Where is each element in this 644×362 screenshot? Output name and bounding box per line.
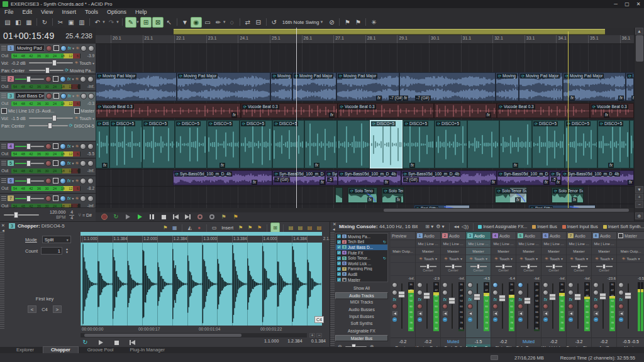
automation-flower-icon[interactable]: ✳: [75, 161, 79, 166]
tempo-value[interactable]: 120.000: [50, 210, 65, 215]
loop-end-marker-line[interactable]: [568, 31, 569, 208]
chop-marker1-icon[interactable]: ⚑: [236, 223, 245, 233]
strip-automation-row[interactable]: ✳Touch▾: [466, 255, 491, 263]
chopper-mode-select[interactable]: Split▾: [42, 236, 71, 243]
strip-automation-row[interactable]: [391, 255, 415, 263]
filter-assignable-fx[interactable]: Assignable FX: [335, 328, 388, 335]
chopper-count-input[interactable]: 1: [41, 247, 62, 255]
bus-a-icon[interactable]: [80, 76, 86, 82]
marker-a-button[interactable]: ⚑: [219, 213, 228, 221]
record-arm-icon[interactable]: [45, 160, 52, 167]
audio-clip[interactable]: ⟳DISCO+5: [532, 120, 565, 168]
mixer-pin-icon[interactable]: ◂: [333, 227, 336, 231]
strip-header[interactable]: 7Audio: [567, 232, 591, 240]
pan-slider[interactable]: [521, 266, 537, 267]
solo-icon[interactable]: [53, 143, 58, 149]
output-select-button[interactable]: [518, 311, 523, 315]
knob-icon[interactable]: [518, 290, 523, 295]
record-arm-icon[interactable]: [45, 195, 52, 202]
solo-icon[interactable]: [53, 178, 58, 184]
filter-input-busses[interactable]: Input Busses: [335, 314, 388, 321]
fx-icon[interactable]: fx: [443, 297, 447, 302]
audio-clip[interactable]: ⟳DISCO+5: [109, 120, 142, 168]
insert-icon[interactable]: ▭: [210, 223, 218, 233]
input-icon[interactable]: [1, 108, 7, 114]
output-select-button[interactable]: [619, 311, 624, 315]
record-arm-icon[interactable]: [467, 304, 473, 309]
strip-input-row[interactable]: [391, 240, 415, 248]
bus-b-icon[interactable]: [88, 93, 94, 99]
pause-button[interactable]: [147, 213, 157, 221]
strip-header[interactable]: 8Audio: [592, 232, 616, 240]
fx-icon[interactable]: fx: [494, 297, 497, 302]
strip-pan-row[interactable]: Center: [416, 263, 440, 276]
phones-icon[interactable]: [60, 76, 66, 82]
checkbox-checked-icon[interactable]: ✓: [337, 278, 341, 282]
chevron-down-icon[interactable]: ▼: [223, 20, 226, 24]
audio-clip[interactable]: ⟳Moving Pad Major: [519, 72, 563, 101]
audio-clip[interactable]: [337, 120, 370, 168]
phones-icon[interactable]: [60, 178, 66, 184]
chevron-down-icon[interactable]: ▾: [536, 256, 538, 261]
filter-show-all[interactable]: Show All: [335, 285, 388, 292]
pan-handle[interactable]: [477, 264, 480, 269]
filter-midi-tracks[interactable]: MIDI Tracks: [335, 299, 388, 306]
automation-flower-icon[interactable]: ✳: [75, 46, 79, 51]
maximize-button[interactable]: ▢: [621, 1, 633, 7]
chevron-down-icon[interactable]: ▾: [561, 256, 563, 261]
track-grip-icon[interactable]: [1, 94, 6, 98]
track-volume-slider[interactable]: [15, 198, 44, 199]
scroll-up-button[interactable]: ▲: [635, 28, 643, 35]
knob-icon[interactable]: [618, 282, 624, 288]
fx-badge[interactable]: fx: [376, 96, 382, 101]
record-arm-icon[interactable]: [618, 304, 624, 309]
time-signature-numerator[interactable]: 4: [70, 210, 73, 215]
mixer-list-item-world-lick-[interactable]: ✓6World Lick ...: [336, 261, 387, 266]
play-from-start-button[interactable]: [123, 213, 133, 221]
mixer-list-item-panning-ping[interactable]: ✓7Panning Ping: [336, 266, 387, 272]
chopper-go-to-start-button[interactable]: [128, 339, 137, 346]
fx-badge[interactable]: fx: [491, 180, 496, 185]
chevron-down-icon[interactable]: ▾: [511, 256, 513, 261]
track-name-input[interactable]: Just Bass Drum 3: [15, 92, 45, 99]
copy-button[interactable]: ▣: [66, 18, 76, 27]
fx-badge[interactable]: fx: [102, 163, 108, 168]
envelope-tool-button[interactable]: ◉: [191, 17, 202, 28]
mixer-strip-solo-tenor-[interactable]: 5AudioMic | Line ...Master✳Touch▾Center-…: [516, 232, 541, 351]
project-key[interactable]: = D#: [82, 213, 92, 217]
bus-b-icon[interactable]: [87, 160, 94, 167]
bus-a-icon[interactable]: [80, 143, 86, 150]
strip-automation-row[interactable]: ✳Touch▾: [592, 255, 616, 263]
strip-pan-row[interactable]: Center: [466, 263, 491, 276]
fx-icon[interactable]: fx: [569, 297, 572, 302]
chevron-down-icon[interactable]: ▾: [72, 46, 74, 50]
audio-clip[interactable]: [499, 120, 532, 168]
go-to-end-button[interactable]: [183, 213, 192, 221]
fx-badge[interactable]: fx: [384, 180, 389, 185]
mixer-strip-just-bass-d-[interactable]: 3AudioMic | Line ...Master✳Touch▾Center-…: [466, 232, 491, 351]
automation-mode[interactable]: Touch: [79, 61, 91, 65]
track-device[interactable]: DISCO4-5: [74, 124, 94, 128]
insert-button[interactable]: Insert Bus: [532, 224, 557, 229]
undo-button[interactable]: ↶: [92, 18, 103, 27]
menu-help[interactable]: Help: [131, 8, 152, 16]
audio-clip[interactable]: ⟳DISCO+5: [207, 120, 240, 168]
menu-insert[interactable]: Insert: [57, 8, 80, 16]
track-volume-slider[interactable]: [15, 163, 44, 164]
pan-handle[interactable]: [602, 264, 606, 269]
phones-icon[interactable]: [492, 282, 498, 288]
fx-badge[interactable]: fx: [513, 163, 518, 168]
filter-master-bus[interactable]: Master Bus: [335, 335, 388, 342]
pan-slider[interactable]: [596, 266, 613, 267]
mute-icon[interactable]: −: [418, 317, 422, 322]
audio-clip[interactable]: ⟳Syn-Bass05d_100_m_D_4b-7 (G#): [272, 170, 325, 185]
marker-a-button[interactable]: ⚑: [342, 18, 352, 27]
chevron-down-icon[interactable]: ▾: [92, 61, 94, 65]
audio-clip[interactable]: ⟳DISCO+5: [240, 120, 272, 168]
strip-input-row[interactable]: Mic | Line ...: [491, 240, 516, 248]
mixer-strip-preview[interactable]: Preview Main Outp...-Inf.fx−364248546066…: [391, 232, 415, 351]
strip-pan-row[interactable]: Center: [516, 263, 541, 276]
automation-flower-icon[interactable]: ✳: [75, 94, 79, 99]
strip-bus-row[interactable]: Master: [416, 248, 440, 255]
fader-handle[interactable]: [625, 292, 631, 299]
